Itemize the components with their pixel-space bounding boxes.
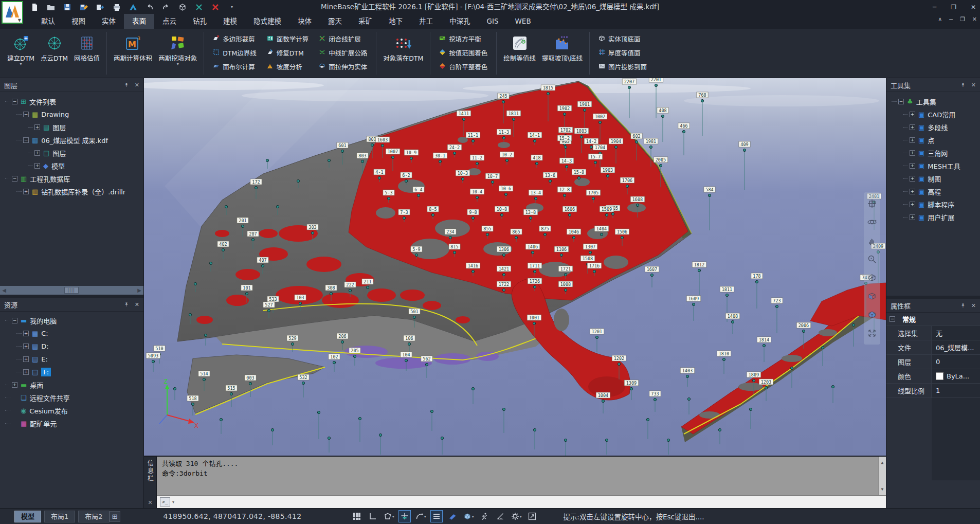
expander-icon[interactable]: − — [12, 318, 17, 323]
tab-表面[interactable]: 表面 — [124, 14, 154, 29]
orbit-icon[interactable] — [864, 213, 880, 231]
collapse-icon[interactable]: − — [890, 316, 895, 322]
property-value[interactable]: 06_煤层模... — [932, 340, 980, 354]
tab-露天[interactable]: 露天 — [320, 14, 350, 29]
tab-钻孔[interactable]: 钻孔 — [185, 14, 215, 29]
ribbon-button-面数学计算[interactable]: 面数学计算 — [262, 34, 314, 44]
resources-item-远程文件共享[interactable]: ❏远程文件共享 — [0, 391, 143, 404]
resources-item-F:[interactable]: +▤F: — [0, 366, 143, 378]
tab-采矿[interactable]: 采矿 — [350, 14, 380, 29]
ribbon-button-坡度分析[interactable]: 坡度分析 — [262, 62, 314, 71]
resources-item-配矿单元[interactable]: ▦配矿单元 — [0, 417, 143, 430]
ribbon-button-两期挖填对象[interactable]: 两期挖填对象▾ — [155, 31, 200, 75]
ribbon-button-两期计算体积[interactable]: M3两期计算体积 — [111, 31, 155, 75]
layers-item-Drawing[interactable]: −▦Drawing — [0, 108, 143, 121]
expander-icon[interactable]: + — [910, 202, 915, 207]
polygon-toggle-icon[interactable]: ▾ — [383, 510, 395, 522]
expander-icon[interactable]: + — [34, 150, 40, 156]
qat-dropdown-icon[interactable]: ▾ — [227, 3, 237, 12]
layout-tab-模型[interactable]: 模型 — [14, 511, 41, 522]
add-layout-icon[interactable]: ⊞ — [110, 511, 120, 522]
command-scrollbar[interactable]: ▲▼ — [878, 457, 886, 495]
minimize-button[interactable]: ─ — [933, 4, 936, 11]
expander-icon[interactable]: − — [23, 112, 29, 117]
command-dropdown-icon[interactable]: ▾ — [172, 500, 174, 504]
property-value[interactable]: 无 — [932, 326, 980, 340]
pin-icon[interactable]: 🖈 — [124, 82, 130, 88]
measure-icon[interactable] — [494, 510, 506, 522]
expander-icon[interactable]: + — [23, 189, 29, 194]
toolset-item-多段线[interactable]: +▣多段线 — [886, 121, 980, 134]
save-as-icon[interactable] — [79, 3, 88, 12]
resources-item-C:[interactable]: +▤C: — [0, 327, 143, 340]
tab-地下[interactable]: 地下 — [380, 14, 411, 29]
layers-item-文件列表[interactable]: −⊞文件列表 — [0, 95, 143, 108]
tab-中深孔[interactable]: 中深孔 — [441, 14, 479, 29]
toolset-item-点[interactable]: +▣点 — [886, 134, 980, 147]
expander-icon[interactable]: + — [910, 150, 915, 156]
layers-hscrollbar[interactable]: ◀ |||| ▶ — [0, 286, 143, 295]
toolset-item-CAD常用[interactable]: +▣CAD常用 — [886, 108, 980, 121]
expander-icon[interactable]: + — [910, 189, 915, 194]
resources-item-D:[interactable]: +▤D: — [0, 340, 143, 353]
resources-item-桌面[interactable]: +▬桌面 — [0, 378, 143, 391]
close-command-icon[interactable]: ✕ — [148, 499, 152, 506]
arc-toggle-icon[interactable]: ▾ — [414, 510, 427, 522]
snap-toggle-icon[interactable] — [398, 510, 411, 522]
viewport-split-icon[interactable] — [864, 194, 880, 213]
ribbon-button-绘制等值线[interactable]: 绘制等值线 — [500, 31, 539, 75]
save-icon[interactable] — [63, 3, 72, 12]
ribbon-button-实体顶底面[interactable]: 实体顶底面 — [593, 34, 652, 44]
print-icon[interactable] — [112, 3, 121, 12]
tab-点云[interactable]: 点云 — [154, 14, 185, 29]
ribbon-button-面拉伸为实体[interactable]: 面拉伸为实体 — [314, 62, 372, 71]
lineweight-toggle-icon[interactable] — [430, 510, 443, 522]
command-history[interactable]: ▲▼ 共读取 310 个钻孔....命令:3dorbit — [157, 457, 886, 495]
expander-icon[interactable]: − — [12, 176, 17, 182]
toolset-item-制图[interactable]: +▣制图 — [886, 172, 980, 185]
expand-screen-icon[interactable] — [526, 510, 538, 522]
ribbon-button-点云DTM[interactable]: 点云DTM — [38, 31, 71, 75]
red-x-icon[interactable] — [211, 3, 220, 12]
export-icon[interactable] — [96, 3, 105, 12]
runner-icon[interactable] — [478, 510, 491, 522]
tab-实体[interactable]: 实体 — [94, 14, 124, 29]
ribbon-button-多边形裁剪[interactable]: 多边形裁剪 — [208, 34, 262, 44]
resources-item-E:[interactable]: +▤E: — [0, 353, 143, 366]
fullscreen-icon[interactable] — [864, 324, 880, 342]
expander-icon[interactable]: + — [23, 356, 29, 362]
pan-icon[interactable] — [864, 231, 880, 250]
layers-item-模型[interactable]: +◆模型 — [0, 159, 143, 172]
expander-icon[interactable]: + — [910, 163, 915, 169]
tab-GIS[interactable]: GIS — [479, 14, 507, 29]
logo-dropdown-icon[interactable]: ▼ — [18, 18, 21, 23]
ribbon-button-中线扩展公路[interactable]: 中线扩展公路 — [314, 48, 372, 58]
expander-icon[interactable]: − — [12, 99, 17, 104]
ribbon-button-厚度等值面[interactable]: 厚度等值面 — [593, 48, 652, 58]
cube-view-icon[interactable]: ▾ — [462, 510, 475, 522]
3d-box-icon[interactable] — [178, 3, 187, 12]
expander-icon[interactable]: + — [910, 112, 915, 117]
layers-item-钻孔数据库补录（全）.drillr[interactable]: +▥钻孔数据库补录（全）.drillr — [0, 185, 143, 198]
wireframe-cube-icon[interactable] — [864, 268, 880, 287]
property-value[interactable]: 1 — [932, 384, 980, 397]
toolset-item-三角网[interactable]: +▣三角网 — [886, 147, 980, 159]
expander-icon[interactable]: + — [12, 382, 17, 388]
ribbon-button-网格估值[interactable]: 网格估值 — [71, 31, 103, 75]
close-button[interactable]: ✕ — [971, 4, 976, 11]
mdi-minimize-button[interactable]: ─ — [949, 16, 953, 23]
layout-tab-布局2[interactable]: 布局2 — [78, 511, 109, 522]
property-value[interactable]: 0 — [932, 355, 980, 369]
scroll-right-icon[interactable]: ▶ — [135, 287, 143, 293]
close-panel-icon[interactable]: ✕ — [971, 302, 976, 309]
redo-icon[interactable] — [161, 3, 171, 12]
tab-隐式建模[interactable]: 隐式建模 — [245, 14, 289, 29]
scroll-thumb[interactable]: |||| — [64, 287, 79, 294]
close-panel-icon[interactable]: ✕ — [971, 82, 976, 88]
scroll-left-icon[interactable]: ◀ — [0, 287, 8, 293]
grid-toggle-icon[interactable] — [351, 510, 363, 522]
expander-icon[interactable]: + — [23, 369, 29, 375]
ribbon-button-图片投影到面[interactable]: 图片投影到面 — [593, 62, 652, 71]
ribbon-button-按值范围着色[interactable]: 按值范围着色 — [434, 48, 493, 58]
ribbon-button-提取坡顶\底线[interactable]: 提取坡顶\底线 — [539, 31, 586, 75]
